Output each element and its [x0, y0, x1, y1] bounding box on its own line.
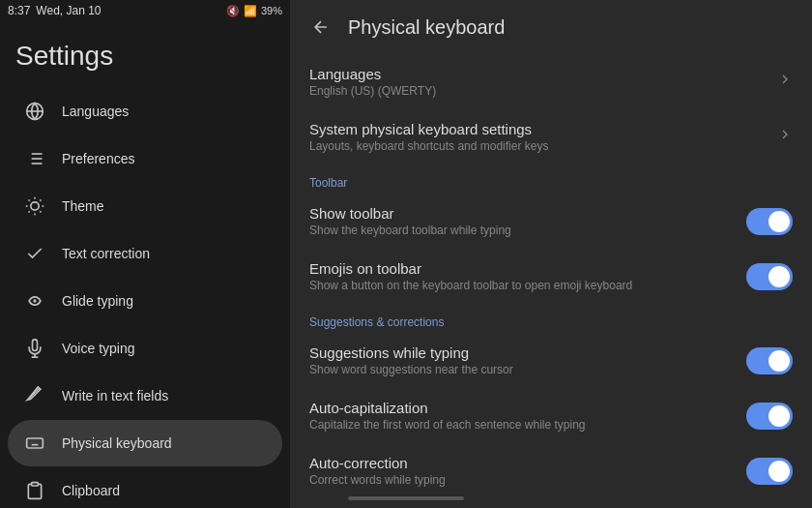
sidebar-label-text-correction: Text correction	[62, 246, 150, 261]
sidebar-nav: LanguagesPreferencesThemeText correction…	[0, 88, 290, 508]
write-in-text-fields-icon	[23, 384, 46, 407]
glide-typing-icon	[23, 289, 46, 313]
setting-subtitle-auto-correction: Correct words while typing	[309, 473, 746, 487]
back-button[interactable]	[305, 12, 336, 43]
setting-text-suggestions-while-typing: Suggestions while typingShow word sugges…	[309, 344, 746, 376]
setting-subtitle-system-physical-keyboard: Layouts, keyboard shortcuts and modifier…	[309, 139, 777, 153]
status-date: Wed, Jan 10	[36, 4, 101, 17]
main-panel: Physical keyboard LanguagesEnglish (US) …	[290, 0, 812, 508]
section-label-1: Toolbar	[290, 164, 812, 194]
svg-rect-26	[32, 483, 39, 486]
chevron-right-icon-system-physical-keyboard	[777, 127, 793, 147]
setting-show-toolbar[interactable]: Show toolbarShow the keyboard toolbar wh…	[290, 194, 812, 249]
setting-languages[interactable]: LanguagesEnglish (US) (QWERTY)	[290, 54, 812, 109]
setting-text-auto-correction: Auto-correctionCorrect words while typin…	[309, 455, 746, 487]
status-icons: 🔇 📶 39%	[226, 5, 282, 17]
setting-title-emojis-on-toolbar: Emojis on toolbar	[309, 260, 746, 277]
setting-title-system-physical-keyboard: System physical keyboard settings	[309, 121, 777, 137]
setting-auto-correction[interactable]: Auto-correctionCorrect words while typin…	[290, 443, 812, 498]
setting-text-languages: LanguagesEnglish (US) (QWERTY)	[309, 66, 777, 98]
sidebar-item-glide-typing[interactable]: Glide typing	[8, 278, 282, 324]
status-time: 8:37	[8, 4, 30, 17]
signal-icon: 📶	[244, 5, 257, 17]
physical-keyboard-icon	[23, 432, 46, 455]
toggle-show-toolbar[interactable]	[746, 208, 793, 235]
setting-title-show-toolbar: Show toolbar	[309, 205, 746, 222]
sidebar-item-preferences[interactable]: Preferences	[8, 135, 282, 182]
languages-icon	[23, 100, 46, 123]
sidebar-item-voice-typing[interactable]: Voice typing	[8, 325, 282, 372]
svg-line-15	[29, 211, 30, 212]
sidebar-label-clipboard: Clipboard	[62, 483, 120, 498]
svg-point-8	[31, 202, 39, 210]
sidebar-item-text-correction[interactable]: Text correction	[8, 230, 282, 277]
section-label-2: Suggestions & corrections	[290, 304, 812, 333]
setting-subtitle-suggestions-while-typing: Show word suggestions near the cursor	[309, 363, 746, 376]
sidebar-item-physical-keyboard[interactable]: Physical keyboard	[8, 420, 282, 466]
toggle-thumb-show-toolbar	[768, 211, 790, 232]
setting-text-emojis-on-toolbar: Emojis on toolbarShow a button on the ke…	[309, 260, 746, 292]
sidebar-label-physical-keyboard: Physical keyboard	[62, 435, 172, 451]
theme-icon	[23, 194, 46, 218]
volume-icon: 🔇	[226, 5, 240, 17]
sidebar-label-glide-typing: Glide typing	[62, 293, 133, 309]
toggle-thumb-auto-correction	[768, 461, 790, 482]
setting-system-physical-keyboard[interactable]: System physical keyboard settingsLayouts…	[290, 109, 812, 164]
toggle-thumb-suggestions-while-typing	[768, 350, 790, 372]
setting-text-system-physical-keyboard: System physical keyboard settingsLayouts…	[309, 121, 777, 153]
setting-auto-capitalization[interactable]: Auto-capitalizationCapitalize the first …	[290, 388, 812, 443]
toggle-emojis-on-toolbar[interactable]	[746, 263, 793, 290]
battery-level: 39%	[261, 5, 282, 16]
setting-emojis-on-toolbar[interactable]: Emojis on toolbarShow a button on the ke…	[290, 249, 812, 304]
svg-line-12	[40, 211, 41, 212]
setting-text-auto-capitalization: Auto-capitalizationCapitalize the first …	[309, 400, 746, 432]
sidebar-label-preferences: Preferences	[62, 151, 134, 166]
setting-subtitle-languages: English (US) (QWERTY)	[309, 84, 777, 98]
settings-title: Settings	[0, 21, 290, 87]
panel-header: Physical keyboard	[290, 0, 812, 54]
svg-line-11	[29, 200, 30, 201]
svg-line-16	[40, 200, 41, 201]
setting-title-suggestions-while-typing: Suggestions while typing	[309, 344, 746, 361]
toggle-suggestions-while-typing[interactable]	[746, 347, 793, 374]
preferences-icon	[23, 147, 46, 170]
toggle-thumb-auto-capitalization	[768, 405, 790, 427]
status-bar: 8:37 Wed, Jan 10 🔇 📶 39%	[0, 0, 290, 21]
setting-title-auto-capitalization: Auto-capitalization	[309, 400, 746, 416]
panel-title: Physical keyboard	[348, 16, 505, 39]
chevron-right-icon-languages	[777, 72, 793, 92]
sidebar-item-write-in-text-fields[interactable]: Write in text fields	[8, 373, 282, 419]
setting-subtitle-emojis-on-toolbar: Show a button on the keyboard toolbar to…	[309, 279, 746, 292]
setting-subtitle-auto-capitalization: Capitalize the first word of each senten…	[309, 418, 746, 432]
panel-content: LanguagesEnglish (US) (QWERTY)System phy…	[290, 54, 812, 498]
scroll-indicator	[348, 496, 464, 500]
clipboard-icon	[23, 479, 46, 502]
sidebar-label-voice-typing: Voice typing	[62, 341, 135, 356]
setting-title-languages: Languages	[309, 66, 777, 82]
sidebar-label-languages: Languages	[62, 104, 129, 119]
setting-suggestions-while-typing[interactable]: Suggestions while typingShow word sugges…	[290, 333, 812, 388]
toggle-thumb-emojis-on-toolbar	[768, 266, 790, 287]
setting-subtitle-show-toolbar: Show the keyboard toolbar while typing	[309, 224, 746, 237]
setting-text-show-toolbar: Show toolbarShow the keyboard toolbar wh…	[309, 205, 746, 237]
text-correction-icon	[23, 242, 46, 265]
setting-title-auto-correction: Auto-correction	[309, 455, 746, 471]
voice-typing-icon	[23, 337, 46, 360]
toggle-auto-correction[interactable]	[746, 458, 793, 485]
sidebar: 8:37 Wed, Jan 10 🔇 📶 39% Settings Langua…	[0, 0, 290, 508]
svg-rect-20	[27, 438, 44, 448]
sidebar-item-languages[interactable]: Languages	[8, 88, 282, 134]
toggle-auto-capitalization[interactable]	[746, 403, 793, 430]
sidebar-item-theme[interactable]: Theme	[8, 183, 282, 229]
sidebar-item-clipboard[interactable]: Clipboard	[8, 467, 282, 508]
sidebar-label-theme: Theme	[62, 198, 104, 214]
sidebar-label-write-in-text-fields: Write in text fields	[62, 388, 168, 403]
